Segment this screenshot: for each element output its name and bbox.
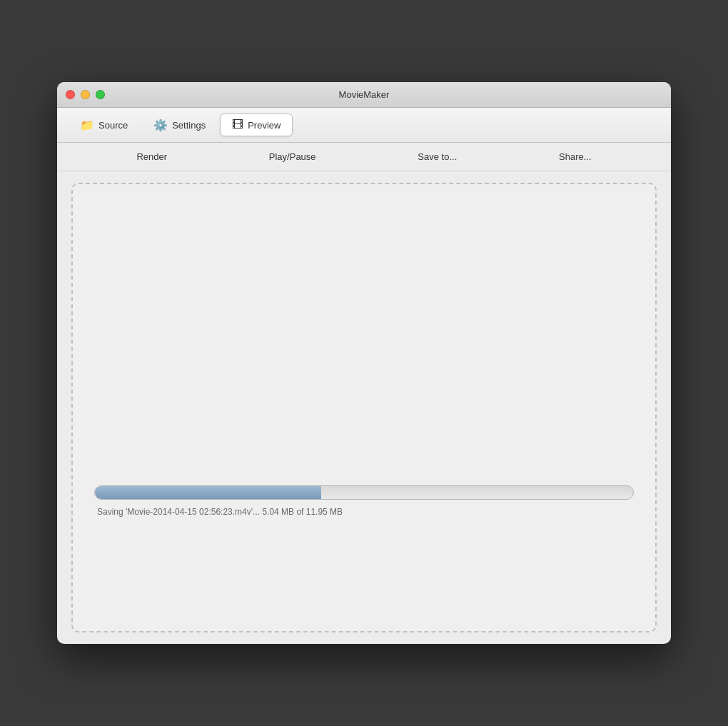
progress-status-text: Saving 'Movie-2014-04-15 02:56:23.m4v'..…	[94, 507, 634, 517]
render-action[interactable]: Render	[136, 151, 167, 162]
tab-settings-label: Settings	[172, 120, 206, 131]
tab-source[interactable]: 📁 Source	[69, 114, 139, 136]
tab-settings[interactable]: ⚙️ Settings	[142, 114, 217, 136]
actions-bar: Render Play/Pause Save to... Share...	[57, 143, 671, 171]
traffic-lights	[66, 90, 105, 99]
share-action[interactable]: Share...	[559, 151, 592, 162]
tab-preview[interactable]: 🎞 Preview	[220, 114, 293, 136]
tab-toolbar: 📁 Source ⚙️ Settings 🎞 Preview	[57, 108, 671, 143]
folder-icon: 📁	[80, 119, 94, 132]
gear-icon: ⚙️	[153, 119, 168, 132]
preview-box: Saving 'Movie-2014-04-15 02:56:23.m4v'..…	[71, 183, 657, 632]
window-title: MovieMaker	[339, 89, 390, 100]
save-to-action[interactable]: Save to...	[418, 151, 457, 162]
app-window: MovieMaker 📁 Source ⚙️ Settings 🎞 Previe…	[57, 82, 671, 644]
film-icon: 🎞	[232, 119, 243, 131]
maximize-button[interactable]	[96, 90, 105, 99]
progress-section: Saving 'Movie-2014-04-15 02:56:23.m4v'..…	[94, 485, 634, 517]
play-pause-action[interactable]: Play/Pause	[269, 151, 316, 162]
tab-source-label: Source	[98, 120, 128, 131]
progress-bar-fill	[95, 486, 321, 499]
content-area: Saving 'Movie-2014-04-15 02:56:23.m4v'..…	[57, 171, 671, 644]
tab-preview-label: Preview	[248, 120, 280, 131]
minimize-button[interactable]	[81, 90, 90, 99]
close-button[interactable]	[66, 90, 75, 99]
progress-bar-container	[94, 485, 634, 500]
titlebar: MovieMaker	[57, 82, 671, 108]
